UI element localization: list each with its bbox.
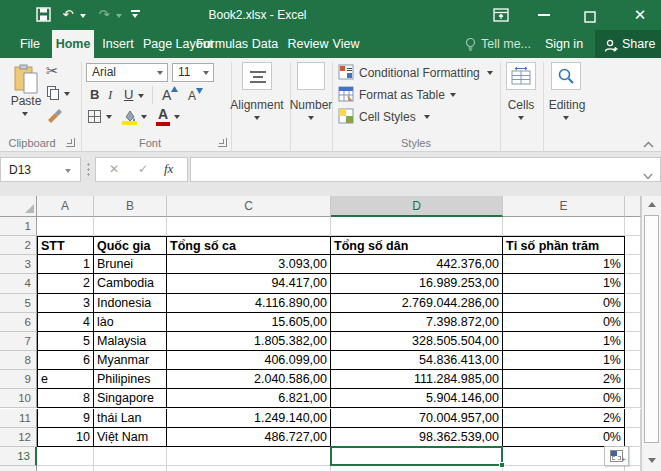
expand-formula-bar-icon[interactable] (643, 166, 653, 184)
font-color-icon[interactable]: A (158, 106, 168, 122)
column-header-A[interactable]: A (37, 196, 94, 217)
cut-icon[interactable]: ✂ (46, 62, 59, 80)
row-header-2[interactable]: 2 (0, 236, 37, 255)
cell-A10[interactable]: 8 (37, 389, 94, 408)
cell-A9[interactable]: e (37, 370, 94, 389)
cell-B8[interactable]: Myanmar (94, 351, 167, 370)
formula-bar-splitter[interactable] (87, 162, 90, 177)
cell-A3[interactable]: 1 (37, 255, 94, 274)
cell-A14[interactable] (37, 466, 94, 471)
column-header-C[interactable]: C (167, 196, 331, 217)
cell-styles-dropdown-icon[interactable] (424, 115, 430, 119)
cell-A2[interactable]: STT (37, 236, 94, 255)
font-dialog-launcher-icon[interactable] (218, 138, 227, 147)
editing-button[interactable]: Editing (546, 98, 588, 112)
conditional-formatting-dropdown-icon[interactable] (487, 71, 493, 75)
tab-home[interactable]: Home (52, 30, 94, 58)
cell-A5[interactable]: 3 (37, 294, 94, 313)
cell-B2[interactable]: Quốc gia (94, 236, 167, 255)
cell-E10[interactable]: 0% (503, 389, 625, 408)
alignment-dropdown-icon[interactable] (254, 116, 260, 120)
number-dropdown-icon[interactable] (308, 116, 314, 120)
name-box-dropdown-icon[interactable] (65, 169, 71, 173)
cell-A12[interactable]: 10 (37, 428, 94, 447)
scroll-down-button[interactable] (642, 452, 661, 469)
cell-E11[interactable]: 2% (503, 409, 625, 428)
maximize-button[interactable] (584, 9, 596, 27)
row-header-7[interactable]: 7 (0, 332, 37, 351)
redo-icon[interactable]: ↷ (96, 0, 112, 30)
cell-E6[interactable]: 0% (503, 313, 625, 332)
cell-E5[interactable]: 0% (503, 294, 625, 313)
cell-E7[interactable]: 1% (503, 332, 625, 351)
row-header-9[interactable]: 9 (0, 370, 37, 389)
cell-D5[interactable]: 2.769.044.286,00 (331, 294, 503, 313)
cell-B5[interactable]: Indonesia (94, 294, 167, 313)
row-header-14[interactable]: 14 (0, 466, 37, 471)
selected-cell-D13[interactable] (330, 446, 503, 466)
row-header-10[interactable]: 10 (0, 389, 37, 408)
decrease-font-size-button[interactable]: A (188, 88, 203, 103)
cell-D9[interactable]: 111.284.985,00 (331, 370, 503, 389)
number-format-icon[interactable] (297, 62, 325, 90)
row-header-12[interactable]: 12 (0, 428, 37, 447)
row-header-6[interactable]: 6 (0, 313, 37, 332)
cell-C4[interactable]: 94.417,00 (167, 274, 331, 293)
undo-dropdown-icon[interactable] (80, 14, 86, 18)
vertical-scrollbar[interactable] (641, 196, 661, 471)
cell-F3[interactable] (625, 255, 641, 274)
cell-B10[interactable]: Singapore (94, 389, 167, 408)
paste-options-button[interactable]: + (604, 446, 629, 466)
cell-A11[interactable]: 9 (37, 409, 94, 428)
fill-color-dropdown-icon[interactable] (141, 115, 147, 119)
cell-D11[interactable]: 70.004.957,00 (331, 409, 503, 428)
format-as-table-dropdown-icon[interactable] (450, 93, 456, 97)
number-button[interactable]: Number (288, 98, 334, 112)
borders-icon[interactable] (88, 110, 101, 123)
cell-C2[interactable]: Tổng số ca (167, 236, 331, 255)
tell-me-button[interactable]: Tell me... (480, 30, 532, 58)
cell-B11[interactable]: thái Lan (94, 409, 167, 428)
cell-F12[interactable] (625, 428, 641, 447)
scrollbar-thumb[interactable] (644, 215, 659, 443)
font-size-combo[interactable]: 11 (172, 63, 214, 82)
cell-A7[interactable]: 5 (37, 332, 94, 351)
paste-icon[interactable] (12, 64, 40, 98)
tab-insert[interactable]: Insert (100, 30, 136, 58)
cell-E2[interactable]: Tỉ số phần trăm (503, 236, 625, 255)
cell-F11[interactable] (625, 409, 641, 428)
cell-A13[interactable] (37, 447, 94, 466)
cell-E12[interactable]: 0% (503, 428, 625, 447)
column-header-D[interactable]: D (331, 196, 503, 217)
formula-input[interactable] (190, 157, 661, 182)
copy-dropdown-icon[interactable] (64, 92, 70, 96)
cell-C3[interactable]: 3.093,00 (167, 255, 331, 274)
cell-D1[interactable] (331, 217, 503, 236)
cell-styles-button[interactable]: Cell Styles (359, 110, 416, 124)
underline-dropdown-icon[interactable] (138, 94, 144, 98)
close-button[interactable]: ✕ (630, 0, 650, 30)
cell-D10[interactable]: 5.904.146,00 (331, 389, 503, 408)
undo-icon[interactable]: ↶ (60, 0, 76, 30)
cell-C6[interactable]: 15.605,00 (167, 313, 331, 332)
font-color-dropdown-icon[interactable] (174, 115, 180, 119)
cell-F6[interactable] (625, 313, 641, 332)
cell-B12[interactable]: Việt Nam (94, 428, 167, 447)
cell-F14[interactable] (625, 466, 641, 471)
name-box[interactable]: D13 (0, 157, 81, 182)
collapse-ribbon-icon[interactable] (643, 134, 654, 152)
cell-F7[interactable] (625, 332, 641, 351)
cell-F5[interactable] (625, 294, 641, 313)
cell-D6[interactable]: 7.398.872,00 (331, 313, 503, 332)
tab-review[interactable]: Review (286, 30, 330, 58)
tell-me-lightbulb-icon[interactable] (464, 37, 477, 56)
cell-A8[interactable]: 6 (37, 351, 94, 370)
fill-color-icon[interactable] (122, 108, 137, 126)
column-header-E[interactable]: E (503, 196, 625, 217)
cell-B6[interactable]: lào (94, 313, 167, 332)
save-icon[interactable] (36, 7, 51, 26)
cells-icon[interactable] (506, 62, 536, 90)
cell-F4[interactable] (625, 274, 641, 293)
editing-icon[interactable] (551, 62, 581, 90)
cell-B1[interactable] (94, 217, 167, 236)
